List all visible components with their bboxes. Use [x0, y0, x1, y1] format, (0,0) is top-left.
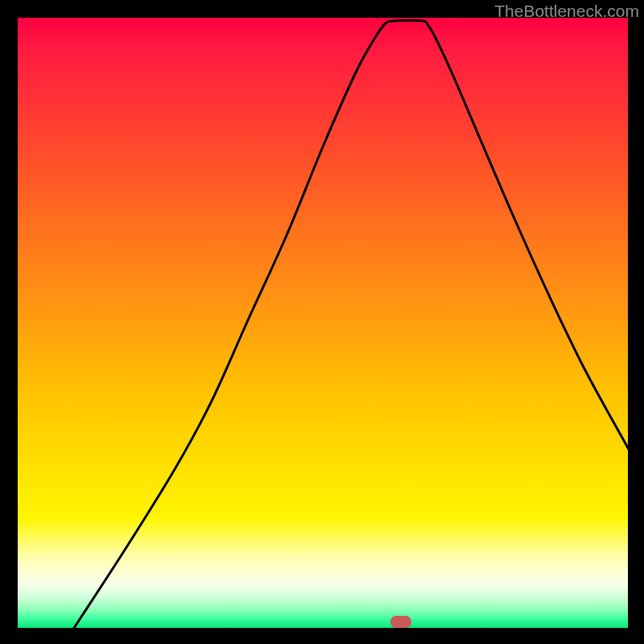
chart-plot-area — [18, 18, 628, 628]
chart-curve-svg — [18, 18, 628, 628]
watermark-text: TheBottleneck.com — [494, 2, 639, 21]
bottleneck-curve — [74, 20, 628, 628]
optimal-point-marker — [390, 616, 411, 628]
